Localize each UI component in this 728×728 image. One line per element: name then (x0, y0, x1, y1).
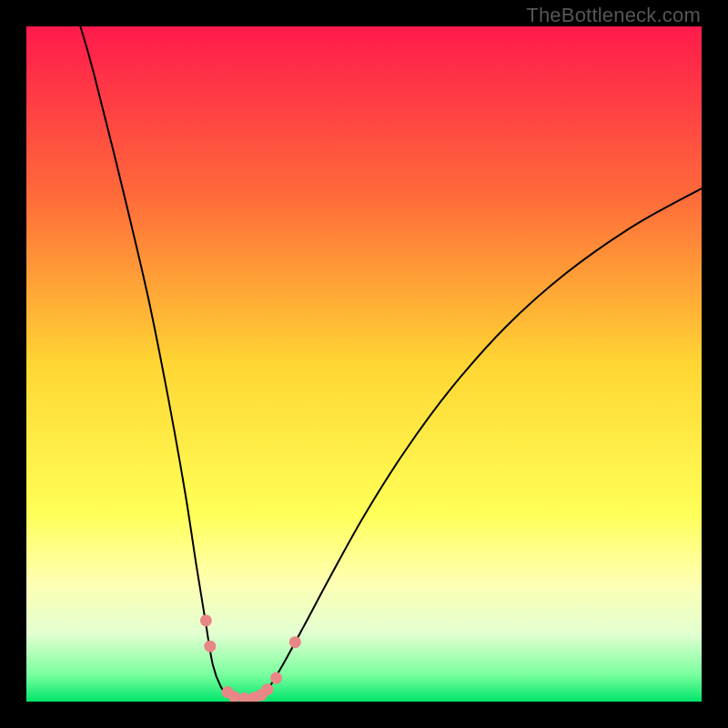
plot-area (26, 26, 702, 702)
chart-frame: TheBottleneck.com (0, 0, 728, 728)
marker-dot (261, 683, 273, 695)
marker-dot (238, 693, 250, 702)
watermark-text: TheBottleneck.com (526, 4, 701, 27)
marker-dot (270, 672, 282, 684)
curve-layer (26, 26, 702, 702)
marker-dot (200, 614, 212, 626)
marker-dot (289, 636, 301, 648)
marker-dot (204, 641, 216, 652)
main-curve (80, 26, 702, 700)
